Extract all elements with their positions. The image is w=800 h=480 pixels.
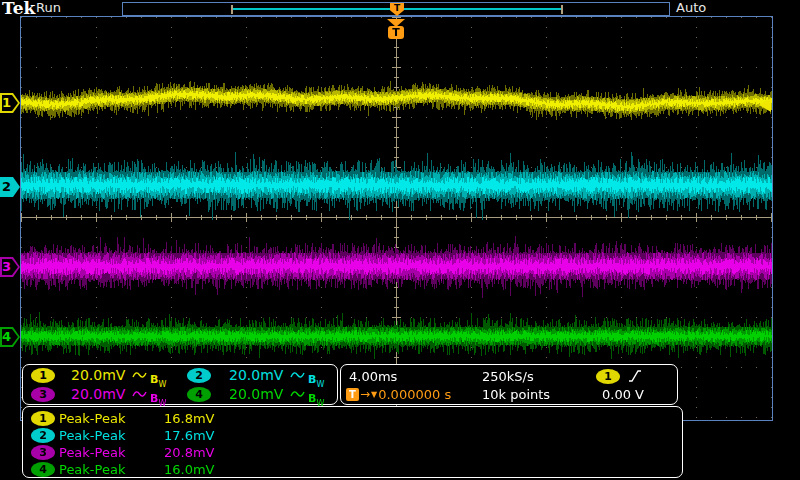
- channel-readout-box: 1 20.0mV BW 2 20.0mV BW 3 20.0mV BW 4 20…: [22, 364, 338, 405]
- measurement-2-value: 17.6mV: [164, 428, 215, 443]
- ac-coupling-icon: [290, 368, 306, 382]
- record-length: 10k points: [482, 387, 550, 402]
- graticule: [20, 16, 773, 421]
- ac-coupling-icon: [290, 387, 306, 401]
- bandwidth-limit-icon: BW: [150, 387, 166, 406]
- trigger-source-badge: 1: [596, 369, 620, 384]
- channel-2-badge: 2: [187, 368, 211, 383]
- acquisition-preview-bar: T: [122, 2, 670, 16]
- bandwidth-limit-icon: BW: [308, 387, 324, 406]
- measurements-box: 1 Peak-Peak 16.8mV 2 Peak-Peak 17.6mV 3 …: [22, 406, 683, 478]
- measurement-2-name: Peak-Peak: [59, 428, 125, 443]
- channel-4-scale: 20.0mV: [229, 386, 283, 402]
- trigger-position-marker-icon: T: [390, 3, 404, 16]
- ac-coupling-icon: [132, 387, 148, 401]
- measurement-3-value: 20.8mV: [164, 445, 215, 460]
- horizontal-trigger-readout-box: 4.00ms 250kS/s 1 T→▼0.000000 s 10k point…: [340, 364, 678, 405]
- channel-2-scale: 20.0mV: [229, 367, 283, 383]
- acquisition-status: Run: [36, 0, 61, 15]
- measurement-1-name: Peak-Peak: [59, 411, 125, 426]
- channel-3-scale: 20.0mV: [71, 386, 125, 402]
- trigger-position-readout: T→▼0.000000 s: [346, 387, 451, 402]
- right-arrow-icon: →: [360, 388, 370, 401]
- trigger-slope-rising-icon: [628, 369, 642, 383]
- channel-1-position-marker: 1: [0, 93, 20, 113]
- measurement-3-name: Peak-Peak: [59, 445, 125, 460]
- channel-4-position-marker: 4: [0, 327, 20, 347]
- measurement-1-badge: 1: [31, 411, 55, 426]
- window-right-bracket-icon: [561, 5, 563, 14]
- trigger-position-value: 0.000000 s: [378, 387, 451, 402]
- measurement-3-badge: 3: [31, 445, 55, 460]
- window-left-bracket-icon: [231, 5, 233, 14]
- channel-3-position-marker: 3: [0, 257, 20, 277]
- channel-2-position-marker: 2: [0, 177, 20, 197]
- channel-1-badge: 1: [31, 368, 55, 383]
- measurement-4-name: Peak-Peak: [59, 462, 125, 477]
- sample-rate: 250kS/s: [482, 369, 534, 384]
- timebase-scale: 4.00ms: [349, 369, 397, 384]
- measurement-4-badge: 4: [31, 462, 55, 477]
- trigger-t-icon: T: [346, 388, 359, 401]
- trigger-level-value: 0.00 V: [602, 387, 644, 402]
- channel-4-badge: 4: [187, 387, 211, 402]
- measurement-2-badge: 2: [31, 428, 55, 443]
- channel-3-badge: 3: [31, 387, 55, 402]
- trigger-mode-label: Auto: [676, 0, 706, 15]
- measurement-4-value: 16.0mV: [164, 462, 215, 477]
- trigger-flag-icon: T: [388, 26, 404, 39]
- bandwidth-limit-icon: BW: [308, 368, 324, 387]
- measurement-1-value: 16.8mV: [164, 411, 215, 426]
- oscilloscope-screen: Tek Run T Auto T 1 2 3 4 1 20.0mV BW: [0, 0, 800, 480]
- channel-1-scale: 20.0mV: [71, 367, 125, 383]
- ac-coupling-icon: [132, 368, 148, 382]
- bandwidth-limit-icon: BW: [150, 368, 166, 387]
- waveform-canvas: [21, 17, 772, 420]
- down-triangle-icon: ▼: [371, 388, 377, 401]
